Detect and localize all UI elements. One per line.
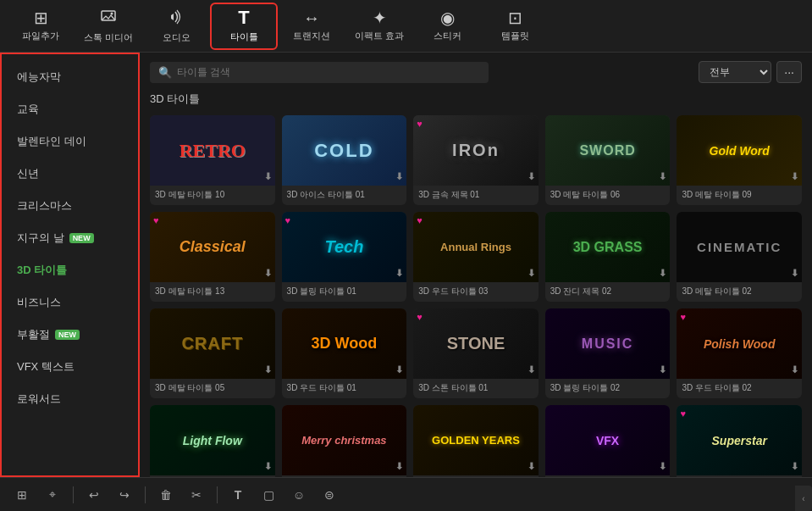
- delete-button[interactable]: 🗑: [154, 483, 178, 507]
- download-icon-c5[interactable]: ⬇: [791, 171, 798, 182]
- card-thumb-c2: COLD ⬇: [282, 115, 407, 186]
- card-c6[interactable]: ♥ Classical ⬇ 3D 메탈 타이틀 13: [150, 212, 275, 302]
- more-button[interactable]: ···: [776, 61, 802, 83]
- card-text-c4: SWORD: [579, 143, 635, 158]
- card-c16[interactable]: Light Flow ⬇ 3D 라이트 플로우 타...: [150, 405, 275, 477]
- download-icon-c6[interactable]: ⬇: [264, 268, 272, 279]
- earthday-badge: NEW: [69, 233, 94, 243]
- nav-template-label: 템플릿: [501, 30, 529, 42]
- sidebar-3d-titles-label: 3D 타이틀: [17, 263, 67, 278]
- toolbar-divider-2: [145, 486, 146, 503]
- card-c8[interactable]: ♥ Annual Rings ⬇ 3D 우드 타이틀 03: [413, 212, 539, 302]
- adjust-tool-button[interactable]: ⊜: [318, 483, 341, 507]
- grid-view-button[interactable]: ⊞: [10, 483, 34, 507]
- card-c4[interactable]: SWORD ⬇ 3D 메탈 타이틀 06: [545, 115, 671, 205]
- nav-file-add[interactable]: ⊞ 파일추가: [7, 3, 75, 50]
- card-c18[interactable]: GOLDEN YEARS ⬇ 3D 골든 타이틀: [413, 405, 539, 477]
- download-icon-c14[interactable]: ⬇: [659, 364, 666, 375]
- card-label-c3: 3D 금속 제목 01: [413, 186, 539, 205]
- card-c20[interactable]: ♥ Superstar ⬇ 3D 슈퍼스타 타이틀: [677, 405, 802, 477]
- content-area: 🔍 전부 무료 프리미엄 ··· 3D 타이틀 RETRO ⬇ 3D 메탈 타이…: [140, 53, 812, 477]
- redo-button[interactable]: ↪: [113, 483, 136, 507]
- download-icon-c3[interactable]: ⬇: [528, 171, 535, 182]
- cut-button[interactable]: ✂: [185, 483, 208, 507]
- toolbar-divider-1: [73, 486, 74, 503]
- sidebar-item-subtitles[interactable]: 에능자막: [2, 61, 138, 93]
- download-icon-c16[interactable]: ⬇: [264, 461, 272, 472]
- nav-sticker[interactable]: ◉ 스티커: [413, 3, 481, 50]
- filter-select[interactable]: 전부 무료 프리미엄: [699, 61, 771, 83]
- card-thumb-c1: RETRO ⬇: [150, 115, 275, 186]
- card-c7[interactable]: ♥ Tech ⬇ 3D 블링 타이틀 01: [282, 212, 407, 302]
- undo-button[interactable]: ↩: [82, 483, 106, 507]
- download-icon-c17[interactable]: ⬇: [395, 461, 403, 472]
- card-text-c17: Merry christmas: [301, 434, 386, 447]
- crop-tool-button[interactable]: ▢: [257, 483, 280, 507]
- sidebar-item-christmas[interactable]: 크리스마스: [2, 190, 138, 222]
- fav-icon-c7: ♥: [285, 215, 291, 225]
- card-c13[interactable]: ♥ STONE ⬇ 3D 스톤 타이틀 01: [413, 308, 539, 398]
- card-c2[interactable]: COLD ⬇ 3D 아이스 타이틀 01: [282, 115, 407, 205]
- top-nav: ⊞ 파일추가 스톡 미디어 오디오 T 타이틀 ↔ 트랜지션 ✦: [0, 0, 812, 53]
- download-icon-c10[interactable]: ⬇: [791, 268, 798, 279]
- text-tool-button[interactable]: T: [226, 483, 250, 507]
- card-text-c15: Polish Wood: [704, 337, 776, 351]
- sidebar-item-lower-third[interactable]: 로워서드: [2, 383, 138, 415]
- card-label-c2: 3D 아이스 타이틀 01: [282, 186, 407, 205]
- sidebar-item-3d-titles[interactable]: 3D 타이틀: [2, 254, 138, 286]
- card-c1[interactable]: RETRO ⬇ 3D 메탈 타이틀 10: [150, 115, 275, 205]
- card-thumb-c8: ♥ Annual Rings ⬇: [413, 212, 539, 282]
- sidebar-item-education[interactable]: 교육: [2, 93, 138, 125]
- card-label-c18: 3D 골든 타이틀: [413, 475, 539, 477]
- card-c19[interactable]: VFX ⬇ 3D VFX 타이틀: [545, 405, 671, 477]
- download-icon-c19[interactable]: ⬇: [659, 461, 666, 472]
- sidebar-item-easter[interactable]: 부활절 NEW: [2, 319, 138, 351]
- nav-stock-media[interactable]: 스톡 미디어: [75, 3, 142, 50]
- download-icon-c4[interactable]: ⬇: [659, 171, 666, 182]
- nav-effects[interactable]: ✦ 이팩트 효과: [345, 3, 413, 50]
- download-icon-c1[interactable]: ⬇: [264, 171, 272, 182]
- nav-audio[interactable]: 오디오: [142, 3, 210, 50]
- download-icon-c20[interactable]: ⬇: [791, 461, 798, 472]
- sidebar-item-vfx-text[interactable]: VFX 텍스트: [2, 351, 138, 383]
- download-icon-c12[interactable]: ⬇: [395, 364, 403, 375]
- nav-titles[interactable]: T 타이틀: [210, 3, 278, 50]
- search-input[interactable]: [177, 66, 480, 78]
- download-icon-c15[interactable]: ⬇: [791, 364, 798, 375]
- sidebar-item-earthday[interactable]: 지구의 날 NEW: [2, 222, 138, 254]
- download-icon-c8[interactable]: ⬇: [528, 268, 535, 279]
- card-text-c9: 3D GRASS: [573, 240, 643, 255]
- nav-transition[interactable]: ↔ 트랜지션: [278, 3, 345, 50]
- download-icon-c13[interactable]: ⬇: [528, 364, 535, 375]
- card-c3[interactable]: ♥ IROn ⬇ 3D 금속 제목 01: [413, 115, 539, 205]
- card-c15[interactable]: ♥ Polish Wood ⬇ 3D 우드 타이틀 02: [677, 308, 802, 398]
- emoji-tool-icon: ☺: [293, 488, 305, 502]
- card-c11[interactable]: CRAFT ⬇ 3D 메탈 타이틀 05: [150, 308, 275, 398]
- emoji-tool-button[interactable]: ☺: [287, 483, 311, 507]
- effects-icon: ✦: [373, 9, 387, 26]
- nav-sticker-label: 스티커: [434, 30, 461, 42]
- card-c14[interactable]: MUSIC ⬇ 3D 블링 타이틀 02: [545, 308, 671, 398]
- sidebar: 에능자막 교육 발렌타인 데이 신년 크리스마스 지구의 날 NEW 3D 타이…: [0, 53, 140, 477]
- download-icon-c2[interactable]: ⬇: [395, 171, 403, 182]
- text-tool-icon: T: [235, 488, 242, 502]
- card-c9[interactable]: 3D GRASS ⬇ 3D 잔디 제목 02: [545, 212, 671, 302]
- sidebar-item-valentine[interactable]: 발렌타인 데이: [2, 125, 138, 158]
- card-text-c18: GOLDEN YEARS: [432, 434, 520, 447]
- card-c17[interactable]: Merry christmas ⬇ 3D 크리스마스 제목 01: [282, 405, 407, 477]
- sidebar-item-newyear[interactable]: 신년: [2, 158, 138, 190]
- sidebar-vfx-text-label: VFX 텍스트: [17, 359, 75, 375]
- sidebar-item-business[interactable]: 비즈니스: [2, 286, 138, 319]
- card-c10[interactable]: CINEMATIC ⬇ 3D 메탈 타이틀 02: [677, 212, 802, 302]
- download-icon-c11[interactable]: ⬇: [264, 364, 272, 375]
- card-thumb-c3: ♥ IROn ⬇: [413, 115, 539, 186]
- nav-template[interactable]: ⊡ 템플릿: [481, 3, 549, 50]
- download-icon-c9[interactable]: ⬇: [659, 268, 666, 279]
- select-tool-button[interactable]: ⌖: [41, 483, 64, 507]
- card-c12[interactable]: 3D Wood ⬇ 3D 우드 타이틀 01: [282, 308, 407, 398]
- download-icon-c18[interactable]: ⬇: [528, 461, 535, 472]
- download-icon-c7[interactable]: ⬇: [395, 268, 403, 279]
- fav-icon-c6: ♥: [153, 215, 159, 225]
- card-c5[interactable]: Gold Word ⬇ 3D 메탈 타이틀 09: [677, 115, 802, 205]
- card-thumb-c5: Gold Word ⬇: [677, 115, 802, 186]
